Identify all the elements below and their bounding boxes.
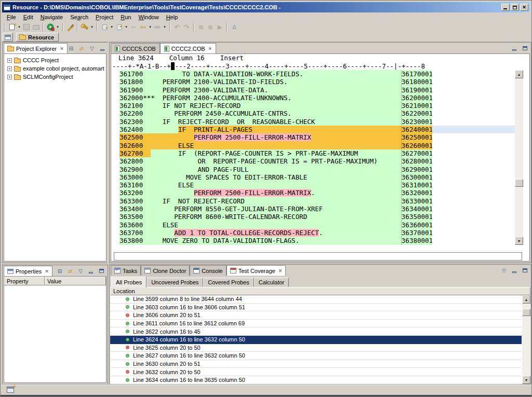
menu-search[interactable]: Search: [66, 13, 92, 21]
code-line[interactable]: 363500 PERFORM 8600-WRITE-CALENDAR-RECOR…: [111, 213, 515, 221]
code-line[interactable]: 362300 IF REJECT-RECORD OR REASONABLE-CH…: [111, 118, 515, 126]
scroll-up-button[interactable]: ▲: [515, 70, 523, 78]
code-line[interactable]: 361700 TO DATA-VALIDATION-WORK-FIELDS.36…: [111, 70, 515, 78]
code-line[interactable]: 363000 MOVE SPACES TO EDIT-ERROR-TABLE36…: [111, 173, 515, 181]
tree-item-cccc-project[interactable]: +CCCC Project: [4, 56, 106, 64]
scroll-up-button[interactable]: ▲: [522, 295, 530, 304]
close-button[interactable]: ✕: [520, 4, 528, 11]
tab-project-explorer[interactable]: Project Explorer ✕: [4, 43, 68, 53]
run-coverage-button[interactable]: [46, 22, 55, 32]
maximize-view-button[interactable]: [98, 268, 105, 274]
code-line[interactable]: 362400 IF PRINT-ALL-PAGES36240001: [111, 126, 515, 133]
probe-tab-all-probes[interactable]: All Probes: [111, 277, 147, 288]
editor-tab-cccc5.cob[interactable]: CCCC5.COB: [111, 43, 160, 53]
probe-tab-covered-probes[interactable]: Covered Probes: [203, 278, 254, 287]
expand-probe-button[interactable]: ⊞: [196, 22, 206, 32]
menu-run[interactable]: Run: [117, 13, 135, 21]
code-line[interactable]: 363200 PERFORM 2500-FILL-ERROR-MATRIX.36…: [111, 189, 515, 197]
minimize-editor-button[interactable]: [511, 45, 518, 51]
code-line[interactable]: 362000*** PERFORM 2400-ACCUMULATE-UNKNOW…: [111, 94, 515, 102]
probe-tab-uncovered-probes[interactable]: Uncovered Probes: [147, 278, 203, 287]
probe-row[interactable]: Line 3599 column 8 to line 3644 column 4…: [110, 295, 522, 304]
save-button[interactable]: [22, 22, 31, 32]
expand-icon[interactable]: +: [7, 66, 12, 71]
probe-tab-calculator[interactable]: Calculator: [254, 278, 289, 287]
view-menu-button[interactable]: ▽: [500, 267, 508, 273]
minimize-view-button[interactable]: [511, 267, 518, 273]
search-button[interactable]: [80, 22, 89, 32]
collapse-all-button[interactable]: ⊟: [68, 45, 75, 51]
tab-properties[interactable]: Properties ✕: [4, 266, 52, 276]
tab-console[interactable]: Console: [190, 265, 226, 276]
code-line[interactable]: 363300 IF NOT REJECT-RECORD36330001: [111, 197, 515, 205]
column-header-value[interactable]: Value: [45, 277, 106, 285]
new-wizard-button[interactable]: +: [7, 22, 17, 32]
code-line[interactable]: 361800 PERFORM 2100-VALIDATE-ID-FIELDS.3…: [111, 78, 515, 86]
view-menu-button[interactable]: ▽: [77, 268, 84, 274]
code-line[interactable]: 363600 ELSE36360001: [111, 221, 515, 229]
code-area[interactable]: 361700 TO DATA-VALIDATION-WORK-FIELDS.36…: [111, 70, 515, 245]
print-button[interactable]: [31, 22, 41, 32]
scroll-thumb[interactable]: [522, 309, 530, 316]
menu-window[interactable]: Window: [135, 13, 162, 21]
tree-item-example-cobol-project-automart[interactable]: +example cobol project, automart: [4, 64, 106, 73]
close-icon[interactable]: ✕: [59, 46, 64, 51]
menu-file[interactable]: File: [3, 13, 20, 21]
code-line[interactable]: 363800 MOVE ZERO TO DATA-VALIDATION-FLAG…: [111, 237, 515, 244]
back-dropdown[interactable]: ▾: [148, 22, 153, 32]
code-line[interactable]: 363100 ELSE36310001: [111, 181, 515, 189]
probes-vertical-scrollbar[interactable]: ▲ ▼: [522, 295, 530, 384]
expand-all-probes-button[interactable]: ⊞: [206, 22, 215, 32]
column-header-property[interactable]: Property: [4, 277, 45, 285]
code-line[interactable]: 361900 PERFORM 2300-VALIDATE-DATA.361900…: [111, 86, 515, 94]
title-bar[interactable]: Resource - D:\DMS\Domains\COBOL\IBMEnter…: [2, 2, 530, 12]
back-button[interactable]: ⇦: [138, 22, 148, 32]
link-with-editor-button[interactable]: ⇄: [78, 45, 85, 51]
probe-row[interactable]: Line 3624 column 16 to line 3632 column …: [110, 336, 522, 344]
code-line[interactable]: 362600 ELSE36260001: [111, 142, 515, 149]
expand-icon[interactable]: +: [7, 75, 12, 79]
external-tools-button[interactable]: [65, 22, 75, 32]
scroll-down-button[interactable]: ▼: [515, 237, 523, 245]
scroll-down-button[interactable]: ▼: [522, 376, 530, 384]
editor-command-input[interactable]: [114, 252, 522, 261]
tab-test-coverage[interactable]: Test Coverage✕: [227, 265, 286, 276]
code-line[interactable]: 362800 OR REPORT-PAGE-COUNTER IS = PRT-P…: [111, 157, 515, 165]
next-annotation-button[interactable]: [100, 22, 109, 32]
code-line[interactable]: 363400 PERFORM 8550-GET-JULIAN-DATE-FROM…: [111, 205, 515, 213]
editor-tab-cccc2.cob[interactable]: CCCC2.COB✕: [160, 43, 216, 53]
expand-icon[interactable]: +: [7, 58, 12, 63]
close-icon[interactable]: ✕: [277, 268, 283, 273]
previous-annotation-button[interactable]: [114, 22, 124, 32]
probe-row[interactable]: Line 3630 column 20 to 51: [110, 360, 522, 368]
new-dropdown[interactable]: ▾: [17, 22, 22, 32]
minimize-view-button[interactable]: [87, 268, 95, 274]
tab-tasks[interactable]: Tasks: [111, 265, 141, 276]
delta-button[interactable]: Δ: [230, 22, 239, 32]
forward-dropdown[interactable]: ▾: [162, 22, 167, 32]
show-categories-button[interactable]: ⊟: [56, 268, 63, 274]
code-line[interactable]: 362500 PERFORM 2500-FILL-ERROR-MATRIX362…: [111, 133, 515, 141]
probe-row[interactable]: Line 3603 column 16 to line 3606 column …: [110, 304, 522, 312]
tab-clone-doctor[interactable]: Clone Doctor: [141, 265, 190, 276]
close-icon[interactable]: ✕: [44, 269, 49, 274]
previous-annotation-dropdown[interactable]: ▾: [124, 22, 129, 32]
perspective-tab-resource[interactable]: Resource: [16, 33, 59, 42]
probe-row[interactable]: Line 3634 column 16 to line 3635 column …: [110, 376, 522, 385]
column-header-location[interactable]: Location: [110, 287, 530, 295]
undo-button[interactable]: ↶: [172, 22, 182, 32]
editor-vertical-scrollbar[interactable]: ▲ ▼: [515, 70, 523, 245]
forward-button[interactable]: ⇨: [153, 22, 162, 32]
probe-row[interactable]: Line 3632 column 20 to 50: [110, 368, 522, 376]
code-line[interactable]: 362700 IF (REPORT-PAGE-COUNTER IS > PRT-…: [111, 149, 515, 157]
pin-property-view-button[interactable]: ⇄: [66, 268, 74, 274]
resume-button[interactable]: ▶: [215, 22, 224, 32]
probe-row[interactable]: Line 3622 column 16 to 45: [110, 327, 522, 336]
probe-row[interactable]: Line 3606 column 20 to 51: [110, 311, 522, 320]
next-annotation-dropdown[interactable]: ▾: [109, 22, 114, 32]
close-icon[interactable]: ✕: [207, 46, 212, 51]
code-line[interactable]: 362900 AND PAGE-FULL36290001: [111, 166, 515, 173]
open-perspective-button[interactable]: [3, 33, 13, 42]
probe-row[interactable]: Line 3625 column 20 to 50: [110, 344, 522, 352]
menu-help[interactable]: Help: [163, 13, 182, 21]
